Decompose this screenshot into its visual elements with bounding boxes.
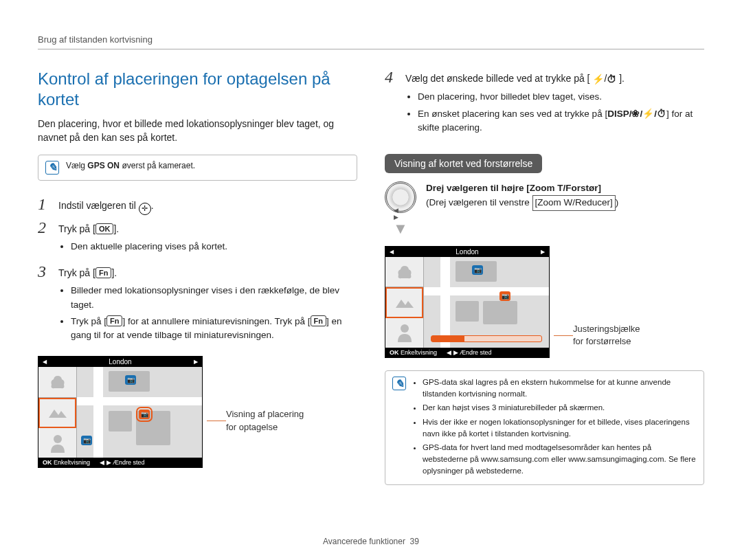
step-number: 3 [38,263,52,280]
svg-point-3 [401,324,409,333]
zoom-dial-text: Drej vælgeren til højre [Zoom T/Forstør]… [426,181,618,213]
note-gps-details: ✎ GPS-data skal lagres på en ekstern huk… [385,370,704,485]
camera-screen: ◀ London ▶ [385,246,550,358]
right-column: 4 Vælg det ønskede billede ved at trykke… [385,69,704,500]
step-2-text-b: ]. [113,223,119,234]
step-1: 1 Indstil vælgeren til . [38,196,357,215]
left-column: Kontrol af placeringen for optagelsen på… [38,69,357,500]
step-1-text: Indstil vælgeren til [58,200,139,211]
step-number: 1 [38,196,52,212]
svg-marker-0 [49,410,67,418]
camera-screen-right: ◀ London ▶ [385,242,704,358]
map-area: 📷 📷 [424,257,549,348]
camera-screen: ◀ London ▶ [38,356,203,468]
page-footer: Avancerede funktioner 39 [0,537,742,546]
thumbnail [38,367,76,397]
step-number: 2 [38,219,52,236]
screen-titlebar: ◀ London ▶ [38,357,202,367]
note-text: Vælg GPS ON øverst på kameraet. [66,161,195,170]
flash-icon: ⚡ [592,72,604,86]
map-area: 📷 📷 📷 [77,367,202,458]
screen-footer: OK Enkeltvisning ◀ ▶ Ændre sted [38,458,202,467]
page-title: Kontrol af placeringen for optagelsen på… [38,69,357,110]
camera-pin-icon: 📷 [499,291,510,301]
ok-key: OK [95,223,114,234]
section-heading-zoom: Visning af kortet ved forstørrelse [385,154,542,173]
callout-zoom-bar: Justeringsbjælkefor forstørrelse [573,323,640,348]
camera-pin-icon: 📷 [472,265,483,275]
step-4-text-b: ]. [619,73,625,84]
note-gps-on: ✎ Vælg GPS ON øverst på kameraet. [38,155,357,181]
fn-key: Fn [311,315,326,326]
camera-pin-icon: 📷 [81,436,92,445]
note-item: Hvis der ikke er nogen lokationsoplysnin… [423,416,697,439]
step-4-text-a: Vælg det ønskede billede ved at trykke p… [405,73,589,84]
screen-city: London [398,248,537,256]
step-2: 2 Tryk på [OK]. [38,219,357,236]
camera-pin-selected-icon: 📷 [139,410,150,419]
step-number: 4 [385,69,398,85]
note-item: GPS-data skal lagres på en ekstern hukom… [423,377,697,399]
step-3: 3 Tryk på [Fn]. [38,263,357,280]
zoom-dial-row: Drej vælgeren til højre [Zoom T/Forstør]… [385,181,704,213]
thumbnail-column [385,257,424,348]
thumbnail [38,428,76,458]
gps-mode-icon [139,203,151,215]
bullet: Den placering, hvor billedet blev taget,… [418,90,704,104]
zoom-bar [431,335,542,342]
svg-point-1 [54,435,62,443]
camera-pin-icon: 📷 [125,375,136,385]
screen-footer: OK Enkeltvisning ◀ ▶ Ændre sted [385,348,549,357]
note-icon: ✎ [45,161,59,175]
step-2-bullets: Den aktuelle placering vises på kortet. [60,240,357,254]
step-3-bullets: Billeder med lokationsoplysninger vises … [60,284,357,342]
note-list: GPS-data skal lagres på en ekstern hukom… [413,377,697,479]
thumbnail [385,318,423,348]
running-header: Brug af tilstanden kortvisning [38,34,704,49]
screen-city: London [51,358,190,366]
screen-titlebar: ◀ London ▶ [385,247,549,257]
arrow-down-icon: ▼ [385,220,416,238]
note-item: GPS-data for hvert land med modtagelseso… [423,442,697,476]
note-icon: ✎ [392,377,406,390]
thumbnail-selected [385,287,423,317]
thumbnail-selected [38,398,76,428]
timer-icon: ⏱ [607,72,616,86]
thumbnail-column [38,367,77,458]
fn-key: Fn [95,267,111,278]
camera-screen-left: ◀ London ▶ [38,352,357,468]
thumbnail [385,257,423,287]
intro-text: Den placering, hvor et billede med lokat… [38,117,357,145]
step-3-text-b: ]. [111,267,117,278]
svg-marker-2 [396,300,414,308]
step-3-text-a: Tryk på [ [58,267,95,278]
zoom-dial-icon [385,181,416,213]
bullet: Tryk på [Fn] for at annullere miniaturev… [71,315,357,343]
step-2-text-a: Tryk på [ [58,223,95,234]
bullet: Den aktuelle placering vises på kortet. [71,240,357,254]
bullet: En ønsket placering kan ses ved at trykk… [418,107,704,135]
step-4-bullets: Den placering, hvor billedet blev taget,… [407,90,704,135]
fn-key: Fn [106,315,122,326]
callout-shooting-location: Visning af placeringfor optagelse [226,408,304,433]
note-item: Der kan højst vises 3 miniaturebilleder … [423,402,697,414]
bullet: Billeder med lokationsoplysninger vises … [71,284,357,312]
step-4: 4 Vælg det ønskede billede ved at trykke… [385,69,704,86]
